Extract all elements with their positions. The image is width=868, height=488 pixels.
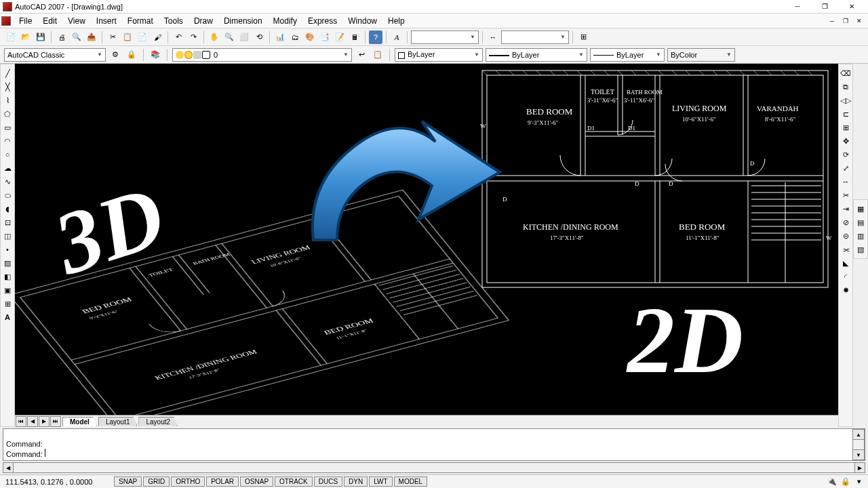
point-icon[interactable]: • xyxy=(1,243,14,256)
redo-icon[interactable]: ↷ xyxy=(186,30,200,44)
erase-icon[interactable]: ⌫ xyxy=(840,67,852,79)
tab-layout1[interactable]: Layout1 xyxy=(98,417,138,426)
design-center-icon[interactable]: 🗂 xyxy=(288,30,302,44)
menu-edit[interactable]: Edit xyxy=(37,15,62,27)
mirror-icon[interactable]: ◁▷ xyxy=(840,94,852,106)
hatch-icon[interactable]: ▨ xyxy=(1,257,14,269)
toggle-snap[interactable]: SNAP xyxy=(114,476,142,487)
menu-window[interactable]: Window xyxy=(342,15,382,27)
coordinates-display[interactable]: 111.5413, 0.1276 , 0.0000 xyxy=(3,478,104,486)
doc-minimize-button[interactable]: ─ xyxy=(826,16,838,26)
drawing-canvas[interactable]: 3D 2D xyxy=(15,64,838,415)
explode-icon[interactable]: ✸ xyxy=(840,284,852,296)
copy-icon[interactable]: 📋 xyxy=(121,30,134,44)
tab-prev-icon[interactable]: ◀ xyxy=(27,416,38,427)
menu-view[interactable]: View xyxy=(62,15,91,27)
workspace-lock-icon[interactable]: 🔒 xyxy=(125,48,138,62)
scroll-down-icon[interactable]: ▼ xyxy=(852,449,865,460)
spline-icon[interactable]: ∿ xyxy=(1,176,14,188)
chamfer-icon[interactable]: ◣ xyxy=(840,257,852,269)
rotate-icon[interactable]: ⟳ xyxy=(840,148,852,161)
minimize-button[interactable]: ─ xyxy=(784,1,811,13)
send-back-icon[interactable]: ▤ xyxy=(854,216,867,228)
textstyle-combo[interactable]: ▼ xyxy=(411,30,479,44)
command-input[interactable]: Command: xyxy=(6,449,850,459)
paste-icon[interactable]: 📄 xyxy=(136,30,149,44)
line-icon[interactable]: ╱ xyxy=(1,67,14,79)
sheet-set-icon[interactable]: 📑 xyxy=(318,30,332,44)
polygon-icon[interactable]: ⬠ xyxy=(1,108,14,120)
new-icon[interactable]: 📄 xyxy=(4,30,18,44)
save-icon[interactable]: 💾 xyxy=(34,30,47,44)
menu-draw[interactable]: Draw xyxy=(189,15,218,27)
help-icon[interactable]: ? xyxy=(369,30,382,44)
status-lock-icon[interactable]: 🔒 xyxy=(840,476,852,488)
polyline-icon[interactable]: ⌇ xyxy=(1,94,14,106)
properties-icon[interactable]: 📊 xyxy=(273,30,287,44)
tool-palettes-icon[interactable]: 🎨 xyxy=(303,30,317,44)
tablestyle-icon[interactable]: ⊞ xyxy=(576,30,590,44)
print-icon[interactable]: 🖨 xyxy=(55,30,68,44)
circle-icon[interactable]: ○ xyxy=(1,148,14,161)
ellipse-arc-icon[interactable]: ◖ xyxy=(1,203,14,215)
copy-obj-icon[interactable]: ⧉ xyxy=(840,81,852,93)
array-icon[interactable]: ⊞ xyxy=(840,121,852,134)
toggle-otrack[interactable]: OTRACK xyxy=(275,476,313,487)
tab-last-icon[interactable]: ⏭ xyxy=(50,416,61,427)
region-icon[interactable]: ▣ xyxy=(1,284,14,296)
menu-help[interactable]: Help xyxy=(382,15,410,27)
layer-manager-icon[interactable]: 📚 xyxy=(149,48,162,62)
scroll-left-icon[interactable]: ◀ xyxy=(3,462,14,473)
menu-dimension[interactable]: Dimension xyxy=(218,15,268,27)
menu-express[interactable]: Express xyxy=(302,15,342,27)
scroll-up-icon[interactable]: ▲ xyxy=(852,429,865,440)
construction-line-icon[interactable]: ╳ xyxy=(1,81,14,93)
gradient-icon[interactable]: ◧ xyxy=(1,270,14,283)
undo-icon[interactable]: ↶ xyxy=(172,30,185,44)
toggle-grid[interactable]: GRID xyxy=(143,476,170,487)
rectangle-icon[interactable]: ▭ xyxy=(1,121,14,134)
linetype-combo[interactable]: ByLayer▼ xyxy=(486,48,587,62)
toggle-ducs[interactable]: DUCS xyxy=(314,476,342,487)
textstyle-icon[interactable]: A xyxy=(390,30,403,44)
doc-close-button[interactable]: ✕ xyxy=(853,16,865,26)
join-icon[interactable]: ⫘ xyxy=(840,243,852,256)
layer-combo[interactable]: 0 ▼ xyxy=(172,48,352,62)
open-icon[interactable]: 📂 xyxy=(19,30,33,44)
pan-icon[interactable]: ✋ xyxy=(208,30,221,44)
command-hscrollbar[interactable]: ◀ ▶ xyxy=(3,462,865,473)
close-button[interactable]: ✕ xyxy=(838,1,865,13)
status-comm-icon[interactable]: 🔌 xyxy=(826,476,838,488)
cut-icon[interactable]: ✂ xyxy=(106,30,119,44)
markup-icon[interactable]: 📝 xyxy=(333,30,347,44)
color-combo[interactable]: ByLayer▼ xyxy=(395,48,483,62)
break-icon[interactable]: ⊝ xyxy=(840,230,852,242)
move-icon[interactable]: ✥ xyxy=(840,135,852,147)
dimstyle-combo[interactable]: ▼ xyxy=(501,30,569,44)
revcloud-icon[interactable]: ☁ xyxy=(1,162,14,174)
zoom-rt-icon[interactable]: 🔍 xyxy=(222,30,236,44)
dimstyle-icon[interactable]: ↔ xyxy=(486,30,500,44)
fillet-icon[interactable]: ◜ xyxy=(840,270,852,283)
tab-first-icon[interactable]: ⏮ xyxy=(16,416,26,427)
bring-above-icon[interactable]: ▥ xyxy=(854,230,867,242)
mtext-icon[interactable]: A xyxy=(1,311,14,323)
toggle-model[interactable]: MODEL xyxy=(394,476,428,487)
plotstyle-combo[interactable]: ByColor▼ xyxy=(667,48,735,62)
menu-file[interactable]: File xyxy=(14,15,37,27)
bring-front-icon[interactable]: ▦ xyxy=(854,203,867,215)
tab-model[interactable]: Model xyxy=(62,417,97,426)
menu-format[interactable]: Format xyxy=(122,15,159,27)
menu-app-icon[interactable] xyxy=(1,16,11,26)
tab-next-icon[interactable]: ▶ xyxy=(39,416,50,427)
stretch-icon[interactable]: ↔ xyxy=(840,176,852,188)
offset-icon[interactable]: ⊏ xyxy=(840,108,852,120)
extend-icon[interactable]: ⇥ xyxy=(840,203,852,215)
break-at-icon[interactable]: ⊘ xyxy=(840,216,852,228)
publish-icon[interactable]: 📤 xyxy=(85,30,98,44)
layer-states-icon[interactable]: 📋 xyxy=(371,48,384,62)
insert-block-icon[interactable]: ⊡ xyxy=(1,216,14,228)
ellipse-icon[interactable]: ⬭ xyxy=(1,189,14,201)
table-icon[interactable]: ⊞ xyxy=(1,298,14,310)
menu-insert[interactable]: Insert xyxy=(91,15,122,27)
